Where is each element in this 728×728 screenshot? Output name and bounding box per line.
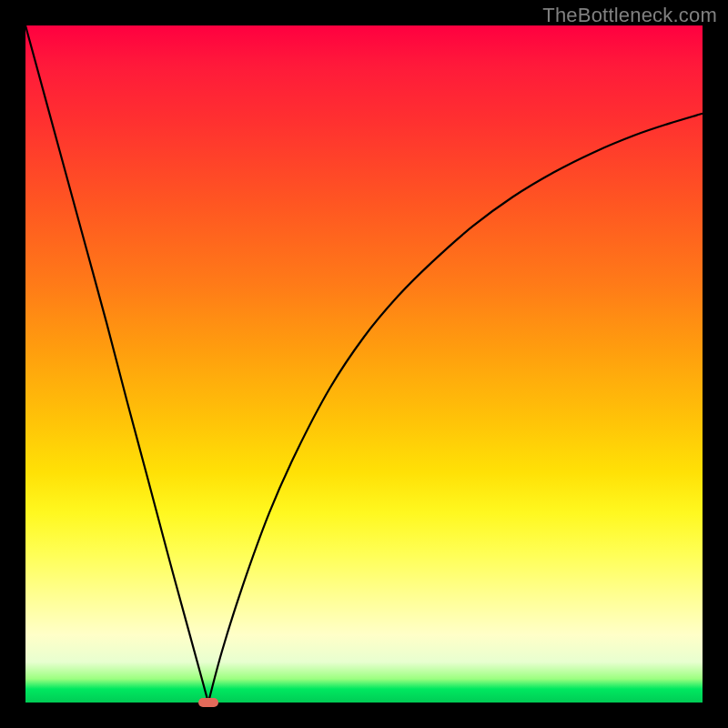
chart-frame: TheBottleneck.com [0, 0, 728, 728]
plot-area [25, 25, 703, 703]
bottleneck-curve [25, 25, 703, 703]
curve-right-branch [208, 114, 703, 703]
minimum-marker [198, 698, 218, 707]
curve-left-branch [25, 25, 208, 703]
attribution-text: TheBottleneck.com [542, 4, 717, 27]
